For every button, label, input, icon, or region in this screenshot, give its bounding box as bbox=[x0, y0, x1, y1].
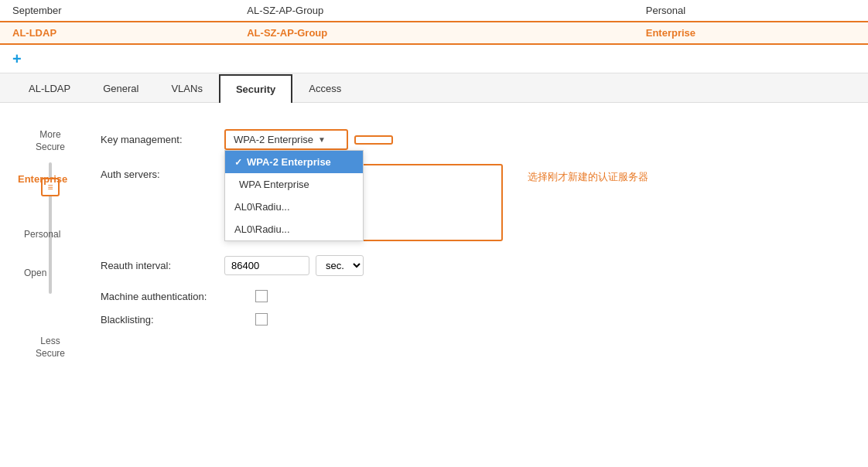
dropdown-item-wpa2[interactable]: ✓ WPA-2 Enterprise bbox=[225, 151, 363, 173]
key-management-control: WPA-2 Enterprise ▼ ✓ WPA-2 Enterprise bbox=[224, 129, 845, 150]
chevron-down-icon: ▼ bbox=[318, 135, 326, 144]
auth-servers-row: Auth servers: + 选择刚才新建的认证服务器 bbox=[101, 164, 845, 241]
annotation-text: 选择刚才新建的认证服务器 bbox=[528, 170, 648, 184]
sub-item-2[interactable]: AL0\Radiu... bbox=[225, 218, 363, 240]
cell-type: Personal bbox=[634, 0, 868, 22]
form-area: Key management: WPA-2 Enterprise ▼ ✓ WPA… bbox=[77, 121, 868, 394]
dropdown-item-wpa[interactable]: WPA Enterprise bbox=[225, 173, 363, 196]
tab-security[interactable]: Security bbox=[219, 74, 292, 103]
reauth-control: sec. bbox=[224, 255, 845, 276]
cell-group-highlighted: AL-SZ-AP-Group bbox=[234, 22, 634, 44]
key-management-row: Key management: WPA-2 Enterprise ▼ ✓ WPA… bbox=[101, 129, 845, 150]
add-row: + bbox=[0, 45, 868, 73]
reauth-label: Reauth interval: bbox=[101, 255, 224, 271]
sub-item-1[interactable]: AL0\Radiu... bbox=[225, 196, 363, 218]
selected-option-text: WPA-2 Enterprise bbox=[234, 134, 313, 145]
dropdown-menu: ✓ WPA-2 Enterprise WPA Enterprise AL0\Ra… bbox=[224, 150, 364, 241]
key-mgmt-row: WPA-2 Enterprise ▼ ✓ WPA-2 Enterprise bbox=[224, 129, 845, 150]
open-label: Open bbox=[24, 268, 46, 278]
tab-general[interactable]: General bbox=[87, 74, 155, 102]
reauth-interval-row: Reauth interval: sec. bbox=[101, 255, 845, 276]
cell-name-highlighted: AL-LDAP bbox=[0, 22, 234, 44]
machine-auth-row: Machine authentication: bbox=[101, 290, 845, 302]
enterprise-label: Enterprise bbox=[18, 173, 67, 185]
check-icon: ✓ bbox=[234, 157, 242, 168]
add-network-button[interactable]: + bbox=[12, 51, 22, 66]
tab-access[interactable]: Access bbox=[292, 74, 357, 102]
key-mgmt-extra-input[interactable] bbox=[354, 135, 393, 145]
machine-auth-checkbox[interactable] bbox=[255, 290, 268, 302]
main-content: More Secure ≡ Enterprise Personal Open L… bbox=[0, 103, 868, 412]
machine-auth-label: Machine authentication: bbox=[101, 291, 255, 302]
blacklisting-checkbox[interactable] bbox=[255, 313, 268, 326]
less-secure-label: Less Secure bbox=[36, 336, 65, 360]
key-management-label: Key management: bbox=[101, 129, 224, 145]
blacklisting-row: Blacklisting: bbox=[101, 313, 845, 326]
reauth-input[interactable] bbox=[224, 256, 309, 275]
auth-servers-label: Auth servers: bbox=[101, 164, 224, 180]
blacklisting-label: Blacklisting: bbox=[101, 314, 255, 326]
tab-alldap[interactable]: AL-LDAP bbox=[12, 74, 87, 102]
cell-group: AL-SZ-AP-Group bbox=[234, 0, 634, 22]
network-table: September AL-SZ-AP-Group Personal AL-LDA… bbox=[0, 0, 868, 45]
reauth-unit-select[interactable]: sec. bbox=[316, 255, 364, 276]
personal-label: Personal bbox=[24, 229, 60, 240]
tabs-bar: AL-LDAP General VLANs Security Access bbox=[0, 73, 868, 103]
table-row-highlighted[interactable]: AL-LDAP AL-SZ-AP-Group Enterprise bbox=[0, 22, 868, 44]
security-slider: More Secure ≡ Enterprise Personal Open L… bbox=[0, 121, 77, 394]
dropdown-item-label: WPA Enterprise bbox=[239, 179, 309, 190]
slider-wrapper: ≡ Enterprise Personal Open bbox=[0, 159, 112, 297]
dropdown-item-label: WPA-2 Enterprise bbox=[247, 156, 331, 168]
table-row[interactable]: September AL-SZ-AP-Group Personal bbox=[0, 0, 868, 22]
dropdown-selected[interactable]: WPA-2 Enterprise ▼ bbox=[224, 129, 348, 150]
more-secure-label: More Secure bbox=[36, 129, 65, 153]
cell-type-highlighted: Enterprise bbox=[634, 22, 868, 44]
cell-name: September bbox=[0, 0, 234, 22]
key-mgmt-dropdown[interactable]: WPA-2 Enterprise ▼ ✓ WPA-2 Enterprise bbox=[224, 129, 348, 150]
tab-vlans[interactable]: VLANs bbox=[155, 74, 218, 102]
